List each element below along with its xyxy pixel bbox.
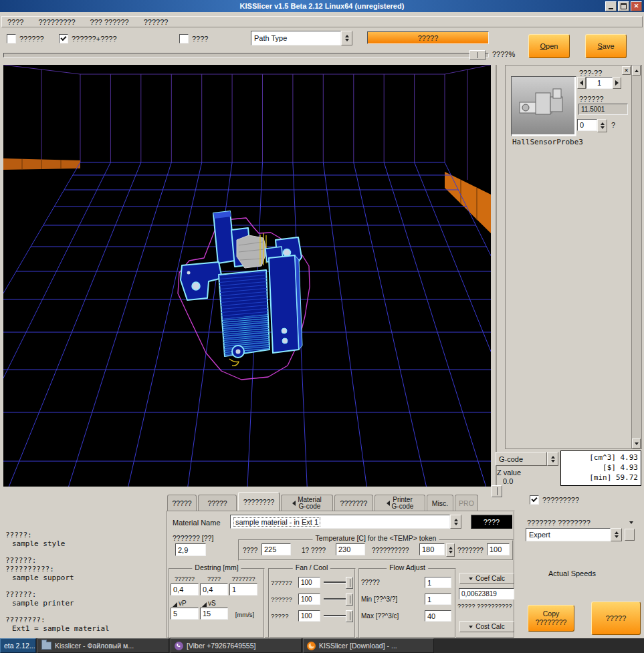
temp-keep-spinner[interactable] bbox=[446, 543, 455, 557]
tab-misc[interactable]: Misc. bbox=[427, 495, 453, 511]
fan-row1-input[interactable]: 100 bbox=[298, 577, 320, 588]
material-name-select[interactable]: sample material - in Ext 1 bbox=[230, 515, 461, 529]
destring-suck-input[interactable]: 0,4 bbox=[171, 583, 199, 596]
show-axes-checkbox[interactable]: ???? bbox=[179, 34, 208, 43]
tab-label: ???????? bbox=[243, 498, 275, 506]
combo-arrows-icon[interactable] bbox=[611, 528, 622, 541]
tab-material[interactable]: ???????? bbox=[238, 492, 280, 511]
zoom-slider-handle[interactable] bbox=[469, 50, 486, 60]
menu-item-file[interactable]: ???? bbox=[7, 18, 23, 26]
models-panel-close-button[interactable]: ✕ bbox=[622, 66, 631, 75]
path-type-select[interactable]: Path Type bbox=[251, 31, 352, 45]
destring-prime-input[interactable]: 0,4 bbox=[200, 583, 228, 596]
model-hallsensorprobe3 bbox=[181, 211, 302, 366]
copies-value-field[interactable]: 1 bbox=[586, 77, 613, 89]
fan-row3-slider[interactable] bbox=[324, 610, 353, 621]
diameter-input[interactable]: 2,9 bbox=[175, 543, 206, 556]
flow-min-input[interactable]: 1 bbox=[425, 594, 451, 605]
coef-value-input[interactable]: 0,00623819 bbox=[459, 588, 514, 600]
tab-material-gcode[interactable]: MaterialG-code bbox=[281, 495, 333, 511]
taskbar-item-viber[interactable]: [Viber +79267649555] bbox=[171, 638, 302, 653]
profile-aux-button[interactable] bbox=[625, 529, 635, 541]
tab-printer[interactable]: ??????? bbox=[334, 495, 373, 511]
flow-max-input[interactable]: 40 bbox=[425, 610, 451, 622]
show-axes-label: ???? bbox=[192, 35, 208, 43]
combo-arrows-icon[interactable] bbox=[341, 31, 352, 45]
tab-printer-gcode[interactable]: PrinterG-code bbox=[374, 495, 425, 511]
profile-mode-select[interactable]: Expert bbox=[526, 528, 622, 541]
vp-label-group: vP bbox=[173, 600, 187, 607]
down-arrow-icon bbox=[551, 460, 555, 463]
speed-ramp-icon bbox=[173, 602, 177, 607]
gcode-mode-select[interactable]: G-code bbox=[496, 452, 558, 466]
maximize-button[interactable] bbox=[618, 1, 629, 11]
taskbar-item-filemanager[interactable]: Kisslicer - Файловый м... bbox=[37, 638, 169, 653]
vs-input[interactable]: 15 bbox=[200, 608, 228, 620]
rotate-value-field[interactable]: 0 bbox=[577, 119, 597, 131]
tab-style[interactable]: ????? bbox=[167, 495, 197, 511]
open-button[interactable]: Open bbox=[528, 34, 570, 58]
temp-bed-input[interactable]: 100 bbox=[487, 543, 510, 555]
z-slider-track[interactable] bbox=[496, 65, 497, 486]
save-settings-button[interactable]: ????? bbox=[591, 602, 641, 635]
coef-note: ????? ?????????? bbox=[457, 602, 512, 610]
vp-input[interactable]: 5 bbox=[171, 608, 199, 620]
minimize-button[interactable] bbox=[605, 1, 617, 11]
destring-wipe-input[interactable]: 1 bbox=[229, 583, 257, 596]
fan-row3-input[interactable]: 100 bbox=[298, 610, 320, 622]
coef-calc-button[interactable]: Coef Calc bbox=[459, 573, 514, 584]
copy-settings-button[interactable]: Copy ???????? bbox=[528, 605, 574, 632]
cost-calc-button[interactable]: Cost Calc bbox=[459, 621, 514, 632]
show-models-checkbox[interactable]: ?????? bbox=[7, 34, 44, 43]
material-color-button[interactable]: ???? bbox=[471, 515, 512, 529]
scroll-down-button[interactable] bbox=[632, 438, 641, 448]
temp-keep-label: ?????????? bbox=[372, 547, 409, 554]
checkbox-box-icon bbox=[179, 34, 189, 43]
task-label: [Viber +79267649555] bbox=[187, 642, 255, 650]
fan-row2-input[interactable]: 100 bbox=[298, 594, 320, 605]
taskbar-item-kisslicer-download[interactable]: KISSlicer [Download] - ... bbox=[303, 638, 434, 653]
combo-arrows-icon[interactable] bbox=[450, 515, 461, 529]
chevron-down-icon[interactable] bbox=[629, 521, 633, 524]
flow-row1-input[interactable]: 1 bbox=[425, 577, 451, 588]
down-arrow-icon bbox=[449, 551, 453, 553]
menubar: ???? ????????? ??? ?????? ?????? bbox=[1, 16, 643, 27]
fan-row1-slider[interactable] bbox=[324, 577, 353, 587]
spinner-left-button[interactable] bbox=[577, 77, 586, 89]
taskbar: eta 2.12... Kisslicer - Файловый м... [V… bbox=[0, 638, 644, 653]
spinner-right-button[interactable] bbox=[613, 77, 621, 89]
slider-handle[interactable] bbox=[346, 577, 353, 589]
model-thumbnail[interactable] bbox=[511, 76, 576, 136]
copies-spinner: 1 bbox=[577, 77, 621, 89]
temp-first-input[interactable]: 230 bbox=[336, 543, 365, 555]
viewport-3d[interactable] bbox=[3, 65, 491, 487]
models-scrollbar[interactable] bbox=[631, 66, 641, 448]
z-value-label: Z value bbox=[497, 469, 521, 477]
flow-min-label: Min [??^3/?] bbox=[361, 596, 397, 603]
save-button[interactable]: Save bbox=[585, 34, 627, 58]
slider-handle[interactable] bbox=[346, 594, 353, 606]
close-button[interactable]: ✕ bbox=[631, 1, 642, 11]
menu-item-settings[interactable]: ????????? bbox=[38, 18, 75, 26]
temp-keep-input[interactable]: 180 bbox=[419, 543, 445, 555]
estimate-volume: [cm^3] 4.93 bbox=[564, 452, 638, 463]
tab-pro[interactable]: PRO bbox=[455, 495, 478, 511]
rotate-spin-buttons[interactable] bbox=[597, 119, 607, 132]
temp-main-input[interactable]: 225 bbox=[261, 543, 291, 555]
menu-item-view[interactable]: ??? ?????? bbox=[90, 18, 129, 26]
scroll-up-button[interactable] bbox=[632, 66, 641, 76]
combo-arrows-icon[interactable] bbox=[547, 452, 558, 466]
rotate-spinner: 0 bbox=[577, 119, 607, 132]
fan-row2-slider[interactable] bbox=[324, 594, 353, 604]
material-name-value: sample material - in Ext 1 bbox=[233, 517, 320, 527]
slider-handle[interactable] bbox=[346, 610, 353, 622]
progress-label: ????? bbox=[418, 34, 439, 42]
zoom-slider-track[interactable] bbox=[3, 53, 489, 57]
z-slider-handle[interactable] bbox=[492, 485, 502, 497]
show-paths-checkbox[interactable]: ??????+???? bbox=[59, 34, 117, 43]
tab-support[interactable]: ????? bbox=[198, 495, 237, 511]
titlebar: KISSlicer v1.5 Beta 2.12 Linux64 (unregi… bbox=[0, 0, 644, 12]
menu-item-help[interactable]: ?????? bbox=[144, 18, 169, 26]
show-settings-checkbox[interactable]: ????????? bbox=[530, 495, 579, 505]
taskbar-item-kisslicer-active[interactable]: eta 2.12... bbox=[0, 638, 36, 653]
